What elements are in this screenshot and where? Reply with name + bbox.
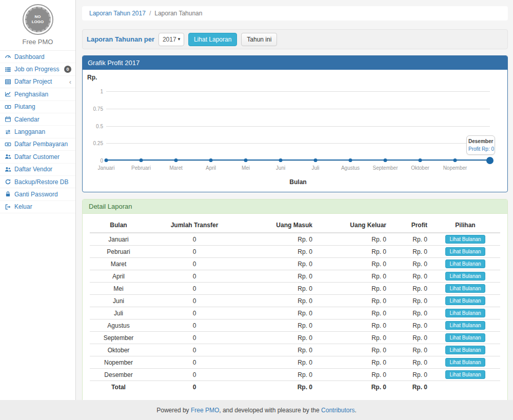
sidebar-item-job-on-progress[interactable]: Job on Progress0 bbox=[0, 63, 75, 75]
sidebar-item-daftar-pembayaran[interactable]: Daftar Pembayaran bbox=[0, 138, 75, 151]
sidebar-item-daftar-vendor[interactable]: Daftar Vendor bbox=[0, 164, 75, 176]
year-select[interactable]: 2017 ▼ bbox=[159, 33, 184, 46]
data-point-maret[interactable] bbox=[174, 158, 178, 162]
filter-label: Laporan Tahunan per bbox=[87, 35, 154, 43]
sidebar-item-keluar[interactable]: Keluar bbox=[0, 201, 75, 213]
lock-icon bbox=[5, 191, 11, 197]
sidebar-item-penghasilan[interactable]: Penghasilan bbox=[0, 88, 75, 101]
lihat-bulanan-button-pebruari[interactable]: Lihat Bulanan bbox=[445, 247, 485, 256]
sidebar-item-daftar-customer[interactable]: Daftar Customer bbox=[0, 151, 75, 163]
sidebar-item-calendar[interactable]: Calendar bbox=[0, 113, 75, 126]
sidebar-item-backup-restore-db[interactable]: Backup/Restore DB bbox=[0, 176, 75, 188]
x-tick-label: September bbox=[373, 165, 398, 171]
y-tick-label: 1 bbox=[85, 89, 103, 94]
data-point-nopember[interactable] bbox=[453, 158, 457, 162]
lihat-bulanan-button-mei[interactable]: Lihat Bulanan bbox=[445, 284, 485, 293]
lihat-bulanan-button-oktober[interactable]: Lihat Bulanan bbox=[445, 346, 485, 354]
x-tick-label: Oktober bbox=[411, 165, 429, 171]
table-row: Mei0Rp. 0Rp. 0Rp. 0Lihat Bulanan bbox=[90, 283, 500, 295]
cell-pilihan: Lihat Bulanan bbox=[430, 246, 500, 258]
cell-jumlah-transfer: 0 bbox=[147, 270, 242, 283]
table-row: Juni0Rp. 0Rp. 0Rp. 0Lihat Bulanan bbox=[90, 295, 500, 307]
detail-laporan-panel: Detail Laporan BulanJumlah TransferUang … bbox=[82, 199, 508, 403]
lihat-bulanan-button-april[interactable]: Lihat Bulanan bbox=[445, 272, 485, 281]
table-row: Pebruari0Rp. 0Rp. 0Rp. 0Lihat Bulanan bbox=[90, 246, 500, 258]
data-point-april[interactable] bbox=[209, 158, 213, 162]
breadcrumb-link-laporan-tahun[interactable]: Laporan Tahun 2017 bbox=[89, 10, 146, 17]
cell-jumlah-transfer: 0 bbox=[147, 356, 242, 369]
table-row: September0Rp. 0Rp. 0Rp. 0Lihat Bulanan bbox=[90, 332, 500, 344]
lihat-bulanan-button-januari[interactable]: Lihat Bulanan bbox=[445, 235, 485, 244]
data-point-oktober[interactable] bbox=[419, 158, 422, 162]
sidebar-item-dashboard[interactable]: Dashboard bbox=[0, 51, 75, 63]
lihat-bulanan-button-maret[interactable]: Lihat Bulanan bbox=[445, 259, 485, 268]
refresh-icon bbox=[5, 178, 11, 185]
data-point-agustus[interactable] bbox=[349, 158, 352, 162]
cell-bulan: Januari bbox=[90, 233, 147, 246]
lihat-laporan-button[interactable]: Lihat Laporan bbox=[188, 33, 237, 46]
table-row: Januari0Rp. 0Rp. 0Rp. 0Lihat Bulanan bbox=[90, 233, 500, 246]
data-point-mei[interactable] bbox=[244, 158, 248, 162]
lihat-bulanan-button-nopember[interactable]: Lihat Bulanan bbox=[445, 358, 485, 367]
calendar-icon bbox=[5, 116, 11, 123]
cell-uang-keluar: Rp. 0 bbox=[315, 283, 389, 295]
no-logo-text: NO LOGO bbox=[25, 7, 51, 32]
cell-profit: Rp. 0 bbox=[389, 233, 430, 246]
data-point-september[interactable] bbox=[384, 158, 387, 162]
cell-bulan: September bbox=[90, 332, 147, 344]
sidebar-item-piutang[interactable]: Piutang bbox=[0, 101, 75, 113]
cell-uang-keluar: Rp. 0 bbox=[315, 307, 389, 319]
tooltip-value: Profit Rp: 0 bbox=[468, 146, 493, 152]
cell-profit: Rp. 0 bbox=[389, 344, 430, 356]
footer-link-contributors[interactable]: Contributors bbox=[321, 407, 354, 414]
cell-bulan: April bbox=[90, 270, 147, 283]
tahun-ini-button[interactable]: Tahun ini bbox=[241, 33, 277, 46]
x-tick-label: Juni bbox=[276, 165, 285, 171]
cell-bulan: Desember bbox=[90, 369, 147, 381]
data-point-juli[interactable] bbox=[314, 158, 318, 162]
cell-uang-keluar: Rp. 0 bbox=[315, 381, 389, 393]
cell-pilihan bbox=[430, 381, 500, 393]
cell-uang-masuk: Rp. 0 bbox=[242, 369, 315, 381]
money-icon bbox=[5, 141, 11, 148]
cell-bulan: Maret bbox=[90, 258, 147, 270]
lihat-bulanan-button-juni[interactable]: Lihat Bulanan bbox=[445, 296, 485, 305]
sidebar: NO LOGO Free PMO DashboardJob on Progres… bbox=[0, 0, 76, 400]
data-point-pebruari[interactable] bbox=[140, 158, 143, 162]
column-header-profit: Profit bbox=[389, 218, 430, 233]
sidebar-item-label: Daftar Pembayaran bbox=[14, 141, 68, 148]
cell-pilihan: Lihat Bulanan bbox=[430, 344, 500, 356]
year-select-value: 2017 bbox=[163, 36, 176, 43]
lihat-bulanan-button-agustus[interactable]: Lihat Bulanan bbox=[445, 321, 485, 330]
column-header-uang-masuk: Uang Masuk bbox=[242, 218, 315, 233]
sidebar-menu: DashboardJob on Progress0Daftar Project‹… bbox=[0, 50, 75, 213]
chevron-left-icon: ‹ bbox=[69, 78, 71, 85]
sidebar-item-langganan[interactable]: Langganan bbox=[0, 126, 75, 138]
total-row: Total0Rp. 0Rp. 0Rp. 0 bbox=[90, 381, 500, 393]
cell-jumlah-transfer: 0 bbox=[147, 283, 242, 295]
x-tick-label: Agustus bbox=[341, 165, 360, 171]
cell-profit: Rp. 0 bbox=[389, 283, 430, 295]
sign-out-icon bbox=[5, 204, 11, 210]
sidebar-item-ganti-password[interactable]: Ganti Password bbox=[0, 188, 75, 201]
lihat-bulanan-button-september[interactable]: Lihat Bulanan bbox=[445, 333, 485, 342]
x-tick-label: Mei bbox=[242, 165, 250, 171]
cell-profit: Rp. 0 bbox=[389, 319, 430, 332]
table-row: April0Rp. 0Rp. 0Rp. 0Lihat Bulanan bbox=[90, 270, 500, 283]
y-tick-label: 0.75 bbox=[85, 106, 103, 111]
table-row: Maret0Rp. 0Rp. 0Rp. 0Lihat Bulanan bbox=[90, 258, 500, 270]
chevron-down-icon: ▼ bbox=[177, 37, 181, 42]
sidebar-item-label: Daftar Customer bbox=[14, 153, 60, 161]
data-point-juni[interactable] bbox=[279, 158, 283, 162]
footer-link-free-pmo[interactable]: Free PMO bbox=[191, 407, 219, 414]
lihat-bulanan-button-juli[interactable]: Lihat Bulanan bbox=[445, 309, 485, 317]
cell-profit: Rp. 0 bbox=[389, 270, 430, 283]
sidebar-item-label: Piutang bbox=[14, 103, 35, 110]
cell-jumlah-transfer: 0 bbox=[147, 319, 242, 332]
gridline bbox=[106, 126, 490, 127]
sidebar-item-daftar-project[interactable]: Daftar Project‹ bbox=[0, 76, 75, 88]
cell-profit: Rp. 0 bbox=[389, 258, 430, 270]
lihat-bulanan-button-desember[interactable]: Lihat Bulanan bbox=[445, 370, 485, 379]
data-point-januari[interactable] bbox=[105, 158, 108, 162]
data-point-desember[interactable] bbox=[486, 157, 494, 164]
